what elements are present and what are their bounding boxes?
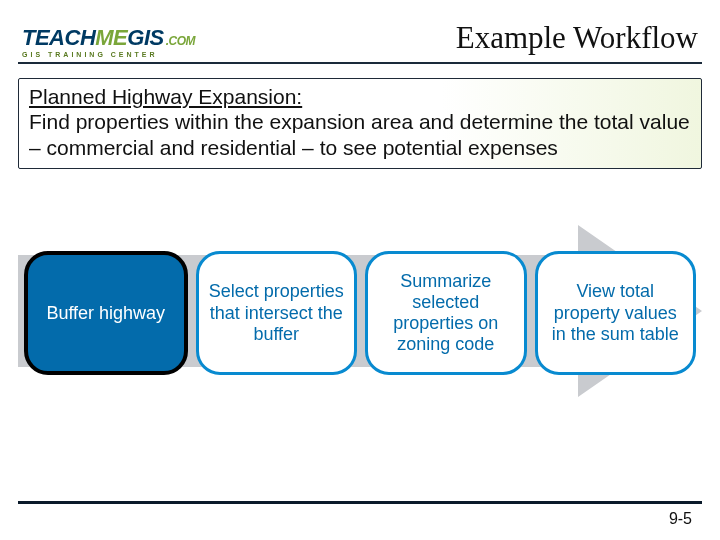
workflow-steps: Buffer highway Select properties that in… xyxy=(24,251,696,375)
logo-gis: GIS xyxy=(127,25,163,50)
step-label: Select properties that intersect the buf… xyxy=(207,281,347,345)
logo-wordmark: TEACHMEGIS.COM xyxy=(22,27,195,49)
workflow-step: View total property values in the sum ta… xyxy=(535,251,697,375)
panel-body: Find properties within the expansion are… xyxy=(29,109,691,160)
logo-me: ME xyxy=(95,25,127,50)
step-label: Summarize selected properties on zoning … xyxy=(376,271,516,356)
footer-divider xyxy=(18,501,702,504)
workflow-step-current: Buffer highway xyxy=(24,251,188,375)
context-panel: Planned Highway Expansion: Find properti… xyxy=(18,78,702,169)
workflow-diagram: Buffer highway Select properties that in… xyxy=(18,187,702,467)
slide-header: TEACHMEGIS.COM GIS TRAINING CENTER Examp… xyxy=(0,0,720,58)
logo-subtitle: GIS TRAINING CENTER xyxy=(22,51,195,58)
page-number: 9-5 xyxy=(669,510,692,528)
step-label: Buffer highway xyxy=(46,303,165,324)
logo-com: .COM xyxy=(164,34,195,48)
slide-title: Example Workflow xyxy=(456,20,698,58)
workflow-step: Summarize selected properties on zoning … xyxy=(365,251,527,375)
step-label: View total property values in the sum ta… xyxy=(546,281,686,345)
logo: TEACHMEGIS.COM GIS TRAINING CENTER xyxy=(22,27,195,58)
logo-teach: TEACH xyxy=(22,25,95,50)
header-divider xyxy=(18,62,702,64)
workflow-step: Select properties that intersect the buf… xyxy=(196,251,358,375)
panel-heading: Planned Highway Expansion: xyxy=(29,85,691,109)
